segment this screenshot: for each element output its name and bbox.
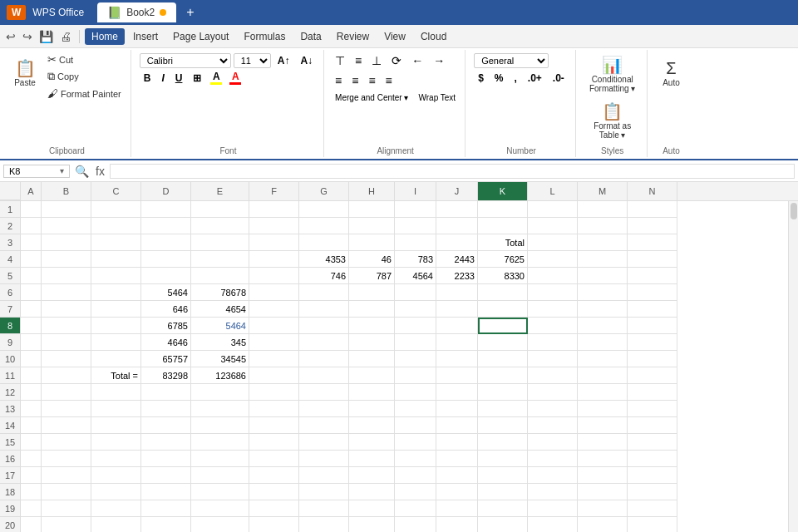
row-num-9[interactable]: 9 — [0, 334, 21, 351]
format-as-table-button[interactable]: 📋 Format asTable ▾ — [588, 100, 638, 143]
col-header-G[interactable]: G — [299, 182, 349, 200]
cell-H9[interactable] — [349, 334, 395, 351]
cell-J9[interactable] — [436, 334, 478, 351]
cell-A16[interactable] — [21, 451, 42, 467]
row-num-7[interactable]: 7 — [0, 301, 21, 318]
cell-N19[interactable] — [628, 500, 677, 517]
cell-C5[interactable] — [91, 268, 141, 284]
cell-E6[interactable]: 78678 — [191, 284, 249, 301]
menu-data[interactable]: Data — [293, 28, 328, 45]
cell-B6[interactable] — [42, 284, 91, 301]
cell-K18[interactable] — [478, 484, 528, 500]
cell-G19[interactable] — [299, 500, 349, 517]
cell-J10[interactable] — [436, 351, 478, 367]
underline-button[interactable]: U — [171, 71, 187, 86]
cell-L10[interactable] — [528, 351, 578, 367]
cell-B1[interactable] — [42, 201, 91, 218]
menu-cloud[interactable]: Cloud — [414, 28, 453, 45]
cell-F7[interactable] — [249, 301, 299, 318]
cell-G2[interactable] — [299, 218, 349, 234]
cell-I10[interactable] — [395, 351, 436, 367]
cell-B14[interactable] — [42, 417, 91, 434]
menu-view[interactable]: View — [377, 28, 412, 45]
left-align-button[interactable]: ≡ — [331, 71, 346, 90]
cell-K11[interactable] — [478, 367, 528, 384]
col-header-A[interactable]: A — [21, 182, 42, 200]
col-header-F[interactable]: F — [249, 182, 299, 200]
cell-N1[interactable] — [628, 201, 677, 218]
cell-L13[interactable] — [528, 401, 578, 417]
cell-H13[interactable] — [349, 401, 395, 417]
cell-M20[interactable] — [578, 517, 628, 532]
document-tab[interactable]: 📗 Book2 — [97, 2, 176, 22]
cell-D12[interactable] — [141, 384, 191, 401]
col-header-C[interactable]: C — [91, 182, 141, 200]
cell-A1[interactable] — [21, 201, 42, 218]
cell-A18[interactable] — [21, 484, 42, 500]
cell-D9[interactable]: 4646 — [141, 334, 191, 351]
cell-M9[interactable] — [578, 334, 628, 351]
cell-N8[interactable] — [628, 318, 677, 334]
cell-A9[interactable] — [21, 334, 42, 351]
cell-H4[interactable]: 46 — [349, 251, 395, 268]
cell-B11[interactable] — [42, 367, 91, 384]
cell-J14[interactable] — [436, 417, 478, 434]
cell-J8[interactable] — [436, 318, 478, 334]
cell-N18[interactable] — [628, 484, 677, 500]
cell-B20[interactable] — [42, 517, 91, 532]
cell-N9[interactable] — [628, 334, 677, 351]
cell-B18[interactable] — [42, 484, 91, 500]
percent-button[interactable]: % — [490, 71, 508, 86]
cell-H8[interactable] — [349, 318, 395, 334]
menu-page-layout[interactable]: Page Layout — [166, 28, 235, 45]
cell-G13[interactable] — [299, 401, 349, 417]
cell-B9[interactable] — [42, 334, 91, 351]
cell-G8[interactable] — [299, 318, 349, 334]
cell-E1[interactable] — [191, 201, 249, 218]
cell-F16[interactable] — [249, 451, 299, 467]
search-icon[interactable]: 🔍 — [73, 163, 91, 180]
cell-K19[interactable] — [478, 500, 528, 517]
col-header-H[interactable]: H — [349, 182, 395, 200]
cell-J19[interactable] — [436, 500, 478, 517]
cell-I7[interactable] — [395, 301, 436, 318]
scroll-thumb[interactable] — [791, 203, 797, 219]
cell-L11[interactable] — [528, 367, 578, 384]
cell-I17[interactable] — [395, 467, 436, 484]
cell-K17[interactable] — [478, 467, 528, 484]
cell-D3[interactable] — [141, 234, 191, 251]
cell-L7[interactable] — [528, 301, 578, 318]
cell-D11[interactable]: 83298 — [141, 367, 191, 384]
cell-G3[interactable] — [299, 234, 349, 251]
cell-L5[interactable] — [528, 268, 578, 284]
col-header-J[interactable]: J — [436, 182, 478, 200]
cell-C1[interactable] — [91, 201, 141, 218]
cell-A14[interactable] — [21, 417, 42, 434]
cell-H10[interactable] — [349, 351, 395, 367]
cell-E8[interactable]: 5464 — [191, 318, 249, 334]
col-header-I[interactable]: I — [395, 182, 436, 200]
cell-J20[interactable] — [436, 517, 478, 532]
cell-N20[interactable] — [628, 517, 677, 532]
cell-H19[interactable] — [349, 500, 395, 517]
cell-N11[interactable] — [628, 367, 677, 384]
indent-increase-button[interactable]: → — [429, 52, 449, 70]
cell-J16[interactable] — [436, 451, 478, 467]
col-header-M[interactable]: M — [578, 182, 628, 200]
cell-E3[interactable] — [191, 234, 249, 251]
cell-G11[interactable] — [299, 367, 349, 384]
bottom-align-button[interactable]: ⊥ — [367, 52, 386, 70]
cell-A8[interactable] — [21, 318, 42, 334]
cell-H5[interactable]: 787 — [349, 268, 395, 284]
cell-F13[interactable] — [249, 401, 299, 417]
row-num-13[interactable]: 13 — [0, 401, 21, 417]
cell-E17[interactable] — [191, 467, 249, 484]
cell-M18[interactable] — [578, 484, 628, 500]
cell-D20[interactable] — [141, 517, 191, 532]
cell-J17[interactable] — [436, 467, 478, 484]
cell-B5[interactable] — [42, 268, 91, 284]
cell-E15[interactable] — [191, 434, 249, 451]
format-painter-button[interactable]: 🖌 Format Painter — [43, 86, 126, 101]
col-header-B[interactable]: B — [42, 182, 91, 200]
cell-I9[interactable] — [395, 334, 436, 351]
